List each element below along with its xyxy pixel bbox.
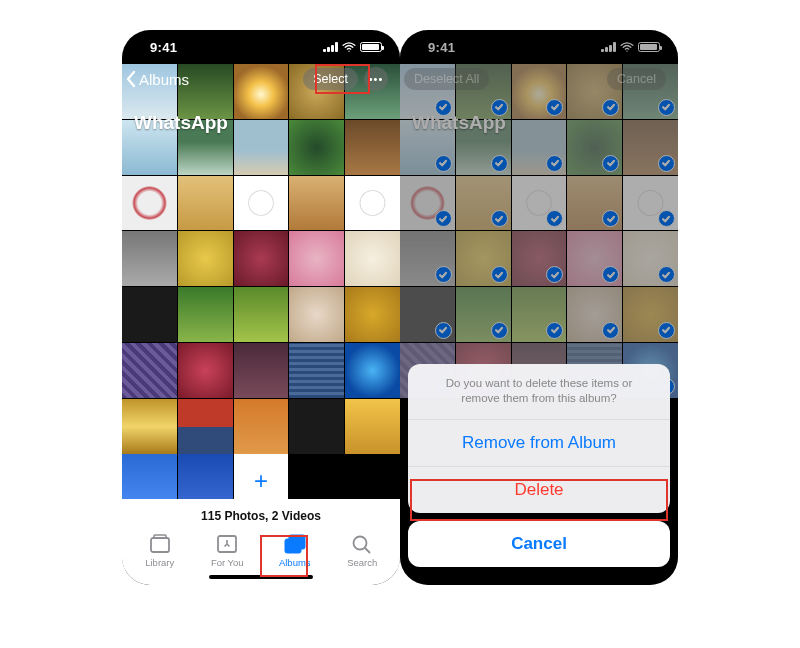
- svg-rect-1: [154, 535, 166, 538]
- library-icon: [148, 533, 172, 555]
- tab-search[interactable]: Search: [334, 533, 390, 568]
- plus-icon: +: [254, 467, 268, 495]
- foryou-icon: [215, 533, 239, 555]
- photo-thumbnail[interactable]: [345, 231, 400, 286]
- photo-thumbnail[interactable]: [234, 399, 289, 454]
- photo-thumbnail[interactable]: [122, 287, 177, 342]
- action-sheet: Do you want to delete these items or rem…: [408, 364, 670, 577]
- search-icon: [350, 533, 374, 555]
- svg-point-5: [354, 537, 367, 550]
- tab-albums[interactable]: Albums: [267, 533, 323, 568]
- photo-thumbnail[interactable]: [234, 176, 289, 231]
- svg-rect-0: [151, 538, 169, 552]
- tab-foryou[interactable]: For You: [199, 533, 255, 568]
- photo-thumbnail[interactable]: [122, 176, 177, 231]
- photo-thumbnail[interactable]: [178, 343, 233, 398]
- home-indicator[interactable]: [209, 575, 313, 579]
- delete-button[interactable]: Delete: [408, 467, 670, 513]
- photo-thumbnail[interactable]: [289, 231, 344, 286]
- svg-rect-4: [289, 535, 305, 549]
- photo-thumbnail[interactable]: [345, 120, 400, 175]
- photo-grid-container: + 115 Photos, 2 Videos Library For You A…: [122, 64, 400, 585]
- phone-album-view: 9:41 Albums Select ••• WhatsApp + 115 Ph…: [122, 30, 400, 585]
- photo-thumbnail[interactable]: [345, 343, 400, 398]
- select-button[interactable]: Select: [303, 68, 358, 90]
- photo-thumbnail[interactable]: [122, 343, 177, 398]
- more-button[interactable]: •••: [364, 67, 388, 91]
- remove-from-album-button[interactable]: Remove from Album: [408, 420, 670, 467]
- tab-bar: Library For You Albums Search: [122, 529, 400, 570]
- photo-thumbnail[interactable]: [178, 176, 233, 231]
- photo-thumbnail[interactable]: [122, 231, 177, 286]
- tab-library[interactable]: Library: [132, 533, 188, 568]
- albums-icon: [283, 533, 307, 555]
- status-bar: 9:41: [122, 30, 400, 64]
- album-title: WhatsApp: [134, 112, 228, 134]
- wifi-icon: [342, 42, 356, 52]
- signal-icon: [323, 42, 338, 52]
- photo-thumbnail[interactable]: [289, 287, 344, 342]
- sheet-message: Do you want to delete these items or rem…: [408, 364, 670, 420]
- photo-thumbnail[interactable]: [289, 120, 344, 175]
- nav-bar: Albums Select •••: [122, 64, 400, 94]
- phone-delete-sheet: 9:41 Deselect All Cancel WhatsApp Do you…: [400, 30, 678, 585]
- photo-thumbnail[interactable]: [234, 231, 289, 286]
- photo-thumbnail[interactable]: [122, 399, 177, 454]
- photo-thumbnail[interactable]: [289, 399, 344, 454]
- photo-thumbnail[interactable]: [234, 343, 289, 398]
- back-button[interactable]: Albums: [126, 70, 189, 88]
- photo-thumbnail[interactable]: [345, 399, 400, 454]
- status-time: 9:41: [150, 40, 177, 55]
- photo-thumbnail[interactable]: [345, 287, 400, 342]
- album-count: 115 Photos, 2 Videos: [122, 499, 400, 529]
- photo-thumbnail[interactable]: [234, 287, 289, 342]
- photo-thumbnail[interactable]: [234, 120, 289, 175]
- photo-thumbnail[interactable]: [178, 399, 233, 454]
- photo-thumbnail[interactable]: [345, 176, 400, 231]
- back-label: Albums: [139, 71, 189, 88]
- battery-icon: [360, 42, 382, 52]
- photo-thumbnail[interactable]: [178, 231, 233, 286]
- photo-thumbnail[interactable]: [178, 287, 233, 342]
- home-indicator[interactable]: [484, 573, 594, 577]
- chevron-left-icon: [126, 70, 137, 88]
- photo-thumbnail[interactable]: [289, 176, 344, 231]
- photo-thumbnail[interactable]: [289, 343, 344, 398]
- ellipsis-icon: •••: [369, 73, 384, 85]
- cancel-button[interactable]: Cancel: [408, 521, 670, 567]
